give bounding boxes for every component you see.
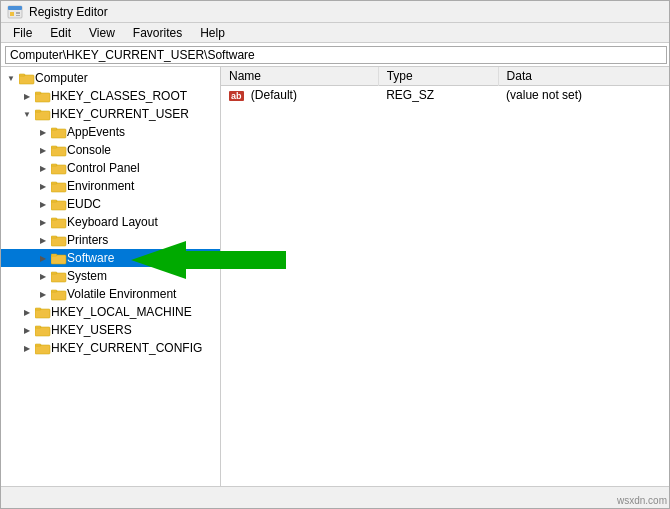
reg-value-icon: ab — [229, 91, 244, 101]
svg-rect-26 — [51, 254, 57, 256]
svg-rect-17 — [51, 183, 66, 192]
expander-hkcu[interactable] — [19, 106, 35, 122]
tree-label-system: System — [67, 269, 107, 283]
tree-item-control-panel[interactable]: Control Panel — [1, 159, 220, 177]
expander-eudc[interactable] — [35, 196, 51, 212]
watermark: wsxdn.com — [617, 495, 667, 506]
folder-icon-appevents — [51, 125, 67, 139]
svg-rect-6 — [19, 74, 25, 76]
svg-rect-5 — [19, 75, 34, 84]
folder-icon-hkcc — [35, 341, 51, 355]
tree-item-eudc[interactable]: EUDC — [1, 195, 220, 213]
svg-rect-22 — [51, 218, 57, 220]
svg-rect-31 — [35, 309, 50, 318]
tree-label-console: Console — [67, 143, 111, 157]
svg-rect-30 — [51, 290, 57, 292]
col-name[interactable]: Name — [221, 67, 378, 86]
tree-item-hkcr[interactable]: HKEY_CLASSES_ROOT — [1, 87, 220, 105]
svg-rect-34 — [35, 326, 41, 328]
tree-item-printers[interactable]: Printers — [1, 231, 220, 249]
expander-keyboard-layout[interactable] — [35, 214, 51, 230]
right-pane: Name Type Data ab (Default) REG_SZ (valu… — [221, 67, 670, 486]
row-name-text: (Default) — [251, 88, 297, 102]
table-row[interactable]: ab (Default) REG_SZ (value not set) — [221, 86, 670, 105]
tree-item-hklm[interactable]: HKEY_LOCAL_MACHINE — [1, 303, 220, 321]
expander-control-panel[interactable] — [35, 160, 51, 176]
tree-label-software: Software — [67, 251, 114, 265]
status-bar — [1, 486, 670, 509]
svg-rect-19 — [51, 201, 66, 210]
tree-item-environment[interactable]: Environment — [1, 177, 220, 195]
tree-label-printers: Printers — [67, 233, 108, 247]
folder-icon-software — [51, 251, 67, 265]
tree-item-hkcc[interactable]: HKEY_CURRENT_CONFIG — [1, 339, 220, 357]
svg-rect-3 — [16, 12, 20, 14]
tree-item-hku[interactable]: HKEY_USERS — [1, 321, 220, 339]
tree-label-keyboard-layout: Keyboard Layout — [67, 215, 158, 229]
tree-label-hku: HKEY_USERS — [51, 323, 132, 337]
folder-icon-computer — [19, 71, 35, 85]
svg-rect-12 — [51, 128, 57, 130]
svg-rect-29 — [51, 291, 66, 300]
expander-volatile-environment[interactable] — [35, 286, 51, 302]
address-input[interactable]: Computer\HKEY_CURRENT_USER\Software — [5, 46, 667, 64]
folder-icon-hklm — [35, 305, 51, 319]
tree-item-system[interactable]: System — [1, 267, 220, 285]
expander-hkcr[interactable] — [19, 88, 35, 104]
tree-item-software[interactable]: Software — [1, 249, 220, 267]
expander-hklm[interactable] — [19, 304, 35, 320]
folder-icon-keyboard-layout — [51, 215, 67, 229]
title-bar-text: Registry Editor — [29, 5, 108, 19]
svg-rect-36 — [35, 344, 41, 346]
tree-item-keyboard-layout[interactable]: Keyboard Layout — [1, 213, 220, 231]
tree-label-computer: Computer — [35, 71, 88, 85]
svg-rect-27 — [51, 273, 66, 282]
expander-computer[interactable] — [3, 70, 19, 86]
tree-item-appevents[interactable]: AppEvents — [1, 123, 220, 141]
expander-printers[interactable] — [35, 232, 51, 248]
menu-favorites[interactable]: Favorites — [125, 24, 190, 42]
tree-item-computer[interactable]: Computer — [1, 69, 220, 87]
expander-system[interactable] — [35, 268, 51, 284]
col-data[interactable]: Data — [498, 67, 670, 86]
expander-appevents[interactable] — [35, 124, 51, 140]
folder-icon-control-panel — [51, 161, 67, 175]
tree-label-environment: Environment — [67, 179, 134, 193]
menu-edit[interactable]: Edit — [42, 24, 79, 42]
svg-rect-4 — [16, 15, 20, 16]
expander-hku[interactable] — [19, 322, 35, 338]
tree-pane: Computer HKEY_CLASSES_ROOT HKEY_CURRENT_… — [1, 67, 221, 486]
tree-label-hkcc: HKEY_CURRENT_CONFIG — [51, 341, 202, 355]
menu-file[interactable]: File — [5, 24, 40, 42]
folder-icon-hku — [35, 323, 51, 337]
registry-table: Name Type Data ab (Default) REG_SZ (valu… — [221, 67, 670, 105]
svg-rect-2 — [10, 12, 14, 16]
app-icon — [7, 4, 23, 20]
menu-view[interactable]: View — [81, 24, 123, 42]
main-content: Computer HKEY_CLASSES_ROOT HKEY_CURRENT_… — [1, 67, 670, 486]
tree-label-eudc: EUDC — [67, 197, 101, 211]
title-bar: Registry Editor — [1, 1, 670, 23]
svg-rect-10 — [35, 110, 41, 112]
svg-rect-18 — [51, 182, 57, 184]
folder-icon-printers — [51, 233, 67, 247]
expander-environment[interactable] — [35, 178, 51, 194]
col-type[interactable]: Type — [378, 67, 498, 86]
expander-hkcc[interactable] — [19, 340, 35, 356]
menu-help[interactable]: Help — [192, 24, 233, 42]
svg-rect-33 — [35, 327, 50, 336]
folder-icon-volatile-environment — [51, 287, 67, 301]
tree-item-console[interactable]: Console — [1, 141, 220, 159]
svg-rect-15 — [51, 165, 66, 174]
expander-console[interactable] — [35, 142, 51, 158]
folder-icon-environment — [51, 179, 67, 193]
tree-label-volatile-environment: Volatile Environment — [67, 287, 176, 301]
svg-rect-1 — [8, 6, 22, 10]
tree-item-volatile-environment[interactable]: Volatile Environment — [1, 285, 220, 303]
expander-software[interactable] — [35, 250, 51, 266]
folder-icon-hkcu — [35, 107, 51, 121]
svg-rect-28 — [51, 272, 57, 274]
folder-icon-eudc — [51, 197, 67, 211]
tree-item-hkcu[interactable]: HKEY_CURRENT_USER — [1, 105, 220, 123]
svg-rect-9 — [35, 111, 50, 120]
